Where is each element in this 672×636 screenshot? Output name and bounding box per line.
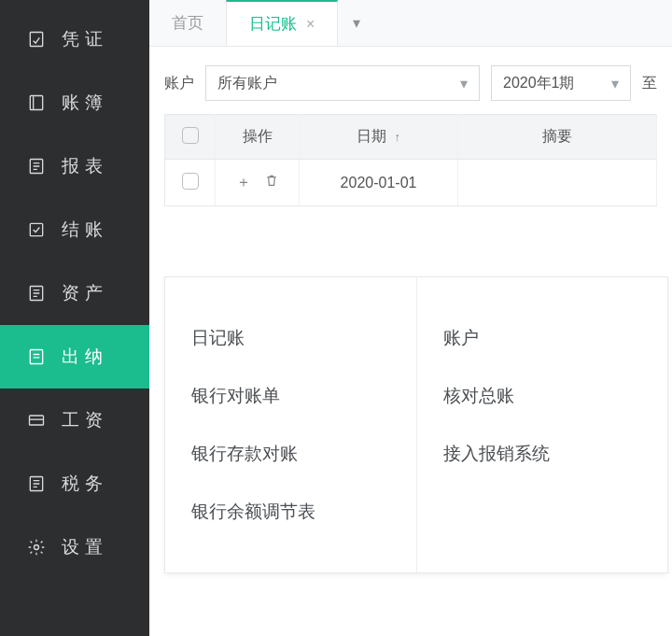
add-icon[interactable]: ＋ [236,173,251,192]
submenu-item-bank-statement[interactable]: 银行对账单 [191,367,390,425]
table-row: ＋ 2020-01-01 [165,160,657,206]
account-label: 账户 [164,74,194,93]
sidebar-item-ledger[interactable]: 账簿 [0,71,149,134]
sidebar-item-label: 资产 [62,281,108,305]
tab-home[interactable]: 首页 [149,0,226,46]
svg-rect-1 [30,96,42,110]
chevron-down-icon: ▾ [353,14,360,32]
sidebar-item-closing[interactable]: 结账 [0,198,149,261]
sidebar-item-report[interactable]: 报表 [0,134,149,198]
tab-journal[interactable]: 日记账 × [226,0,338,46]
sidebar-item-label: 报表 [62,154,108,178]
header-summary: 摘要 [458,115,657,160]
svg-rect-3 [30,223,42,235]
close-icon[interactable]: × [306,16,315,33]
check-box-icon [26,219,47,240]
tab-dropdown[interactable]: ▾ [338,0,375,46]
sidebar-item-label: 税务 [62,472,108,496]
header-op: 操作 [216,115,300,160]
row-checkbox[interactable] [182,173,199,190]
gear-icon [26,537,47,558]
table-header-row: 操作 日期 ↑ 摘要 [165,115,657,160]
sidebar-item-salary[interactable]: 工资 [0,389,149,452]
journal-table-wrap: 操作 日期 ↑ 摘要 [149,114,672,206]
tab-label: 日记账 [249,13,297,35]
period-select-value: 2020年1期 [503,74,575,93]
sidebar-item-label: 结账 [62,218,108,242]
sidebar-item-tax[interactable]: 税务 [0,452,149,516]
sidebar-item-cashier[interactable]: 出纳 [0,325,149,389]
main-area: 首页 日记账 × ▾ 账户 所有账户 ▾ 2020年1期 ▾ 至 [149,0,672,636]
period-select[interactable]: 2020年1期 ▾ [491,65,631,101]
sidebar-item-assets[interactable]: 资产 [0,261,149,325]
sidebar: 凭证 账簿 报表 结账 资产 出纳 工资 税务 [0,0,149,636]
account-select[interactable]: 所有账户 ▾ [205,65,480,101]
header-date[interactable]: 日期 ↑ [300,115,458,160]
svg-point-8 [35,545,39,550]
cashier-icon [26,346,47,367]
submenu-col-left: 日记账 银行对账单 银行存款对账 银行余额调节表 [165,277,416,572]
to-label: 至 [642,74,657,93]
select-all-checkbox[interactable] [182,127,199,144]
row-date-cell[interactable]: 2020-01-01 [300,160,458,206]
sidebar-item-label: 工资 [62,408,108,432]
submenu-col-right: 账户 核对总账 接入报销系统 [416,277,668,572]
chevron-down-icon: ▾ [611,75,619,92]
svg-rect-5 [30,350,42,364]
account-select-value: 所有账户 [217,74,277,93]
sidebar-item-settings[interactable]: 设置 [0,516,149,579]
submenu-item-bank-deposit[interactable]: 银行存款对账 [191,425,390,483]
sort-asc-icon: ↑ [394,130,400,144]
assets-icon [26,283,47,304]
submenu-item-bank-balance[interactable]: 银行余额调节表 [191,483,390,541]
tab-label: 首页 [172,12,203,34]
submenu-item-expense-system[interactable]: 接入报销系统 [443,425,642,483]
tab-bar: 首页 日记账 × ▾ [149,0,672,47]
row-checkbox-cell [165,160,216,206]
sidebar-item-label: 设置 [62,535,108,559]
row-op-cell: ＋ [216,160,300,206]
cashier-submenu: 日记账 银行对账单 银行存款对账 银行余额调节表 账户 核对总账 接入报销系统 [164,276,668,573]
sidebar-item-label: 出纳 [62,345,108,369]
sidebar-item-label: 账簿 [62,91,108,115]
sidebar-item-label: 凭证 [62,27,108,51]
report-icon [26,156,47,177]
ledger-icon [26,92,47,113]
voucher-icon [26,29,47,49]
filter-bar: 账户 所有账户 ▾ 2020年1期 ▾ 至 [149,47,672,114]
header-checkbox-cell [165,115,216,160]
sidebar-item-voucher[interactable]: 凭证 [0,7,149,71]
header-date-label: 日期 [357,128,386,144]
submenu-item-account[interactable]: 账户 [443,309,642,367]
tax-icon [26,473,47,494]
svg-rect-0 [30,33,42,47]
row-summary-cell[interactable] [458,160,657,206]
salary-icon [26,410,47,431]
trash-icon[interactable] [264,173,279,192]
journal-table: 操作 日期 ↑ 摘要 [164,114,657,206]
svg-rect-6 [30,416,44,425]
chevron-down-icon: ▾ [460,75,468,92]
submenu-item-check-ledger[interactable]: 核对总账 [443,367,642,425]
submenu-item-journal[interactable]: 日记账 [191,309,390,367]
